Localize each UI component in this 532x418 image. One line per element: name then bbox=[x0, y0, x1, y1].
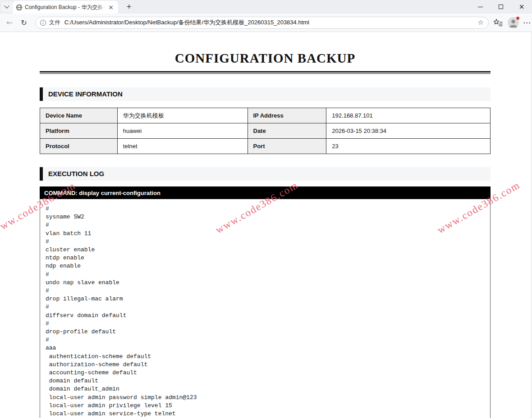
date-value: 2026-03-15 20:38:34 bbox=[326, 123, 491, 139]
globe-icon bbox=[16, 4, 23, 11]
close-icon: × bbox=[519, 4, 525, 10]
browser-tab[interactable]: Configuration Backup - 华为交换机 × bbox=[13, 1, 118, 14]
port-value: 23 bbox=[326, 139, 491, 154]
browser-tab-bar: Configuration Backup - 华为交换机 × + × bbox=[0, 0, 532, 14]
tab-title: Configuration Backup - 华为交换机 bbox=[25, 4, 105, 11]
table-row: Platform huawei Date 2026-03-15 20:38:34 bbox=[40, 123, 491, 139]
back-button[interactable]: ← bbox=[4, 18, 15, 27]
profile-avatar[interactable] bbox=[508, 17, 519, 28]
table-row: Protocol telnet Port 23 bbox=[40, 139, 491, 154]
device-name-label: Device Name bbox=[40, 108, 118, 123]
configuration-log: # sysname SW2 # vlan batch 11 # cluster … bbox=[40, 199, 491, 418]
ip-address-value: 192.168.87.101 bbox=[326, 108, 491, 123]
url-text[interactable]: C:/Users/Administrator/Desktop/NetBackup… bbox=[64, 18, 475, 27]
add-favorite-star-icon[interactable]: ☆ bbox=[478, 18, 484, 27]
section-heading-execution-log: EXECUTION LOG bbox=[40, 167, 491, 181]
protocol-value: telnet bbox=[117, 139, 248, 154]
browser-navbar: ← ↻ i 文件 C:/Users/Administrator/Desktop/… bbox=[0, 14, 532, 32]
section-heading-device-information: DEVICE INFORMATION bbox=[40, 87, 491, 101]
protocol-label: Protocol bbox=[40, 139, 118, 154]
table-row: Device Name 华为交换机模板 IP Address 192.168.8… bbox=[40, 108, 491, 123]
platform-label: Platform bbox=[40, 123, 118, 139]
port-label: Port bbox=[248, 139, 326, 154]
new-tab-button[interactable]: + bbox=[124, 1, 134, 12]
window-minimize-button[interactable] bbox=[470, 0, 491, 14]
page-title: CONFIGURATION BACKUP bbox=[40, 51, 491, 66]
reload-button[interactable]: ↻ bbox=[18, 18, 29, 27]
command-bar: COMMAND: display current-configuration bbox=[40, 186, 491, 199]
device-info-table: Device Name 华为交换机模板 IP Address 192.168.8… bbox=[40, 108, 491, 154]
platform-value: huawei bbox=[117, 123, 248, 139]
date-label: Date bbox=[248, 123, 326, 139]
window-controls: × bbox=[470, 0, 532, 14]
window-maximize-button[interactable] bbox=[491, 0, 511, 14]
address-bar[interactable]: i 文件 C:/Users/Administrator/Desktop/NetB… bbox=[35, 17, 489, 29]
window-close-button[interactable]: × bbox=[511, 0, 532, 14]
ip-address-label: IP Address bbox=[248, 108, 326, 123]
device-name-value: 华为交换机模板 bbox=[117, 108, 248, 123]
chevron-down-icon bbox=[4, 3, 9, 8]
favorites-hub-icon[interactable] bbox=[493, 18, 503, 27]
page-viewport: www.code386.com www.code386.com www.code… bbox=[0, 32, 532, 418]
page-info-icon[interactable]: i bbox=[40, 20, 46, 26]
file-scheme-label: 文件 bbox=[49, 19, 60, 27]
tab-close-icon[interactable]: × bbox=[107, 3, 115, 11]
minimize-icon bbox=[478, 7, 483, 7]
browser-menu-button[interactable]: ⋯ bbox=[523, 18, 531, 27]
report-container: CONFIGURATION BACKUP DEVICE INFORMATION … bbox=[40, 51, 491, 418]
maximize-icon bbox=[499, 5, 503, 9]
tab-search-button[interactable] bbox=[1, 2, 12, 12]
title-divider bbox=[40, 71, 491, 74]
notification-dot bbox=[516, 16, 520, 20]
